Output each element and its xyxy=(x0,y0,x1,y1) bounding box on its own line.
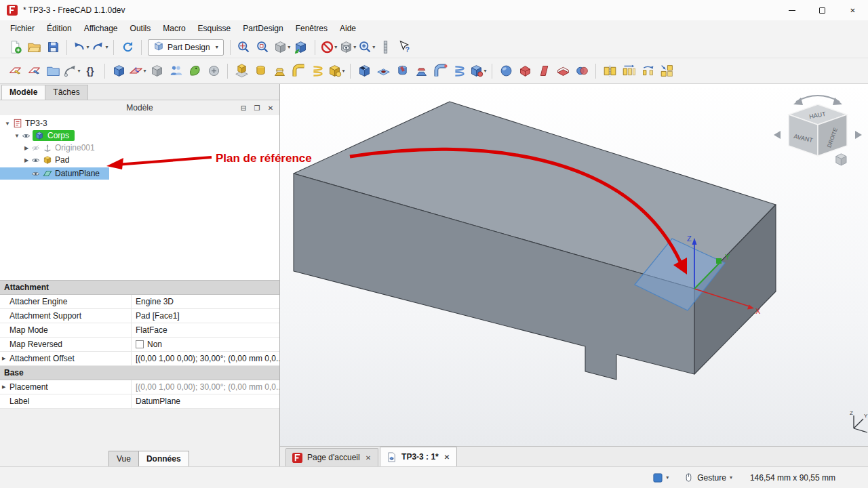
tab-donnees[interactable]: Données xyxy=(138,451,189,466)
subtractive-primitive-button[interactable]: ▾ xyxy=(469,62,487,81)
create-clone-button[interactable] xyxy=(167,62,184,81)
menu-macro[interactable]: Macro xyxy=(157,22,191,35)
measure-button[interactable] xyxy=(377,38,395,57)
save-file-button[interactable] xyxy=(44,38,62,57)
tree-label-pad[interactable]: Pad xyxy=(55,155,69,165)
property-row[interactable]: Attacher EngineEngine 3D xyxy=(0,295,279,309)
validate-sketch-button[interactable] xyxy=(186,62,203,81)
expand-caret-icon[interactable]: ▼ xyxy=(12,133,22,139)
boolean-button[interactable] xyxy=(573,62,591,81)
clipping-button[interactable]: ▾ xyxy=(320,38,338,57)
undo-button[interactable]: ▾ xyxy=(72,38,90,57)
dropdown-caret-icon[interactable]: ▾ xyxy=(353,44,356,50)
hole-button[interactable] xyxy=(374,62,392,81)
navcube-mini-cube-icon[interactable] xyxy=(836,154,846,165)
render-style-dropdown[interactable]: ▾ xyxy=(653,473,669,483)
minimize-button[interactable] xyxy=(776,0,807,20)
property-row[interactable]: ▶Attachment Offset[(0,00 1,00 0,00); 30,… xyxy=(0,352,279,366)
property-group-header[interactable]: Attachment xyxy=(0,281,279,295)
close-button[interactable]: ✕ xyxy=(837,0,868,20)
tree-item-datumplane[interactable]: DatumPlane xyxy=(0,167,109,180)
navigation-cube[interactable]: HAUT AVANT DROITE xyxy=(774,96,862,165)
standard-views-button[interactable]: ▾ xyxy=(273,38,291,57)
menu-esquisse[interactable]: Esquisse xyxy=(192,22,237,35)
create-body-button[interactable] xyxy=(110,62,127,81)
checkbox[interactable] xyxy=(136,340,144,348)
property-value[interactable]: FlatFace xyxy=(132,323,279,337)
edit-sketch-button[interactable] xyxy=(25,62,43,81)
visibility-eye-icon[interactable] xyxy=(31,156,42,165)
menu-affichage[interactable]: Affichage xyxy=(78,22,124,35)
property-value[interactable]: Non xyxy=(132,338,279,351)
new-file-button[interactable] xyxy=(6,38,24,57)
tree-label-datumplane[interactable]: DatumPlane xyxy=(55,169,100,178)
active-body-highlight[interactable]: Corps xyxy=(33,130,75,141)
tab-label[interactable]: TP3-3 : 1* xyxy=(401,452,439,462)
subtractive-loft-button[interactable] xyxy=(412,62,430,81)
open-file-button[interactable] xyxy=(25,38,43,57)
create-group-button[interactable] xyxy=(44,62,62,81)
property-value[interactable]: [(0,00 1,00 0,00); 30,00°; (0,00 mm 0,0.… xyxy=(132,380,279,394)
visibility-eye-off-icon[interactable] xyxy=(31,144,42,152)
additive-loft-button[interactable] xyxy=(271,62,288,81)
create-sketch-button[interactable] xyxy=(6,62,24,81)
visibility-eye-icon[interactable] xyxy=(31,169,42,178)
zoom-in-button[interactable]: ▾ xyxy=(358,38,376,57)
menu-edition[interactable]: Édition xyxy=(41,22,78,35)
property-row[interactable]: Map ReversedNon xyxy=(0,338,279,352)
multitransform-button[interactable] xyxy=(658,62,675,81)
menu-fenetres[interactable]: Fenêtres xyxy=(290,22,334,35)
chamfer-button[interactable] xyxy=(516,62,534,81)
close-tab-icon[interactable]: ✕ xyxy=(365,454,372,462)
dropdown-caret-icon[interactable]: ▾ xyxy=(342,68,344,74)
subtractive-helix-button[interactable] xyxy=(450,62,468,81)
tree-item-body[interactable]: ▼ Corps xyxy=(0,129,279,142)
fit-selection-button[interactable] xyxy=(254,38,272,57)
tree-label-body[interactable]: Corps xyxy=(47,131,69,140)
property-value[interactable]: Engine 3D xyxy=(132,295,279,308)
pad-solid[interactable] xyxy=(294,102,776,380)
fit-all-button[interactable] xyxy=(235,38,253,57)
tab-modele[interactable]: Modèle xyxy=(1,85,45,100)
maximize-button[interactable] xyxy=(807,0,837,20)
create-shapebinder-button[interactable] xyxy=(148,62,165,81)
menu-aide[interactable]: Aide xyxy=(334,22,362,35)
draw-style-button[interactable]: ▾ xyxy=(339,38,357,57)
tab-taches[interactable]: Tâches xyxy=(45,85,87,100)
panel-close-button[interactable]: ✕ xyxy=(264,102,277,113)
whats-this-button[interactable]: ? xyxy=(396,38,414,57)
tree-label-document[interactable]: TP3-3 xyxy=(25,119,47,128)
panel-float-button[interactable]: ❐ xyxy=(251,102,263,113)
dropdown-caret-icon[interactable]: ▾ xyxy=(372,44,375,50)
sync-view-button[interactable] xyxy=(292,38,310,57)
polar-pattern-button[interactable] xyxy=(639,62,656,81)
dropdown-caret-icon[interactable]: ▾ xyxy=(86,44,89,50)
tree-item-document[interactable]: ▼ TP3-3 xyxy=(0,117,279,129)
visibility-eye-icon[interactable] xyxy=(22,131,33,140)
close-tab-icon[interactable]: ✕ xyxy=(443,453,450,461)
dropdown-caret-icon[interactable]: ▾ xyxy=(334,44,337,50)
create-link-button[interactable]: ▾ xyxy=(63,62,81,81)
thickness-button[interactable] xyxy=(554,62,572,81)
expander-caret-icon[interactable]: ▶ xyxy=(2,356,5,361)
tab-start-page[interactable]: Page d'accueil ✕ xyxy=(285,448,378,466)
property-row[interactable]: Attachment SupportPad [Face1] xyxy=(0,309,279,323)
expander-caret-icon[interactable]: ▶ xyxy=(2,384,5,390)
dropdown-caret-icon[interactable]: ▾ xyxy=(77,68,80,74)
tree-label-origin[interactable]: Origine001 xyxy=(55,143,95,152)
tree-item-pad[interactable]: ▶ Pad xyxy=(0,154,279,166)
3d-viewport[interactable]: X Z Y HAUT xyxy=(280,84,868,446)
dropdown-caret-icon[interactable]: ▾ xyxy=(288,44,290,50)
property-group-header[interactable]: Base xyxy=(0,366,279,380)
property-value[interactable]: [(0,00 1,00 0,00); 30,00°; (0,00 mm 0,0.… xyxy=(132,352,279,365)
menu-partdesign[interactable]: PartDesign xyxy=(237,22,289,35)
redo-button[interactable]: ▾ xyxy=(91,38,108,57)
dropdown-caret-icon[interactable]: ▾ xyxy=(105,44,108,50)
property-row[interactable]: LabelDatumPlane xyxy=(0,394,279,409)
fillet-button[interactable] xyxy=(497,62,515,81)
tab-label[interactable]: Page d'accueil xyxy=(307,453,360,462)
create-datum-button[interactable]: ▾ xyxy=(129,62,146,81)
property-value[interactable]: DatumPlane xyxy=(132,394,279,408)
dropdown-caret-icon[interactable]: ▾ xyxy=(484,68,486,74)
expand-caret-icon[interactable]: ▼ xyxy=(3,121,12,127)
